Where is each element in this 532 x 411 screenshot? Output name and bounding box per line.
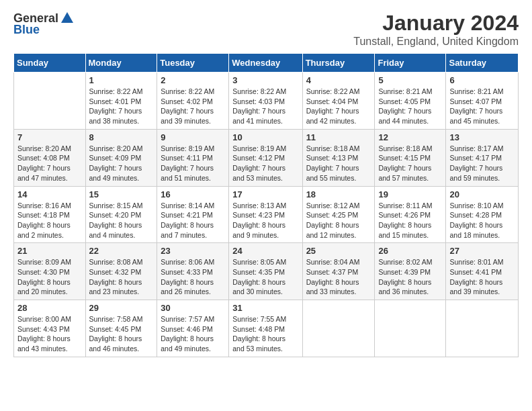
day-info: Sunrise: 8:00 AMSunset: 4:43 PMDaylight:… <box>17 314 82 354</box>
table-cell: 20 Sunrise: 8:10 AMSunset: 4:28 PMDaylig… <box>446 186 519 243</box>
table-cell: 16 Sunrise: 8:14 AMSunset: 4:21 PMDaylig… <box>157 186 229 243</box>
day-number: 26 <box>378 246 442 256</box>
day-number: 22 <box>89 246 154 256</box>
table-cell: 22 Sunrise: 8:08 AMSunset: 4:32 PMDaylig… <box>85 243 157 300</box>
table-cell <box>302 300 375 357</box>
day-number: 10 <box>232 132 298 142</box>
day-info: Sunrise: 8:10 AMSunset: 4:28 PMDaylight:… <box>449 201 515 240</box>
day-number: 20 <box>449 189 515 199</box>
day-info: Sunrise: 8:13 AMSunset: 4:23 PMDaylight:… <box>232 201 298 240</box>
table-cell: 17 Sunrise: 8:13 AMSunset: 4:23 PMDaylig… <box>229 186 302 243</box>
day-number: 31 <box>232 303 298 313</box>
table-cell: 23 Sunrise: 8:06 AMSunset: 4:33 PMDaylig… <box>157 243 229 300</box>
logo: General Blue <box>13 11 75 37</box>
header-thursday: Thursday <box>302 54 375 73</box>
logo-icon <box>60 11 75 26</box>
day-info: Sunrise: 8:09 AMSunset: 4:30 PMDaylight:… <box>17 257 82 297</box>
day-number: 11 <box>306 132 371 142</box>
day-info: Sunrise: 8:04 AMSunset: 4:37 PMDaylight:… <box>306 257 371 297</box>
header-friday: Friday <box>375 54 446 73</box>
logo-blue-text: Blue <box>13 23 40 37</box>
table-cell: 2 Sunrise: 8:22 AMSunset: 4:02 PMDayligh… <box>157 73 229 130</box>
day-info: Sunrise: 8:06 AMSunset: 4:33 PMDaylight:… <box>161 257 225 297</box>
table-cell: 24 Sunrise: 8:05 AMSunset: 4:35 PMDaylig… <box>229 243 302 300</box>
title-area: January 2024 Tunstall, England, United K… <box>353 11 519 48</box>
day-info: Sunrise: 8:22 AMSunset: 4:02 PMDaylight:… <box>161 87 225 126</box>
day-info: Sunrise: 8:19 AMSunset: 4:12 PMDaylight:… <box>232 144 298 183</box>
table-cell: 31 Sunrise: 7:55 AMSunset: 4:48 PMDaylig… <box>229 300 302 357</box>
day-info: Sunrise: 8:22 AMSunset: 4:04 PMDaylight:… <box>306 87 371 126</box>
table-cell: 12 Sunrise: 8:18 AMSunset: 4:15 PMDaylig… <box>375 129 446 186</box>
table-cell <box>375 300 446 357</box>
day-info: Sunrise: 8:18 AMSunset: 4:13 PMDaylight:… <box>306 144 371 183</box>
table-cell: 3 Sunrise: 8:22 AMSunset: 4:03 PMDayligh… <box>229 73 302 130</box>
day-info: Sunrise: 8:21 AMSunset: 4:07 PMDaylight:… <box>449 87 515 126</box>
table-cell: 18 Sunrise: 8:12 AMSunset: 4:25 PMDaylig… <box>302 186 375 243</box>
week-row-2: 14 Sunrise: 8:16 AMSunset: 4:18 PMDaylig… <box>14 186 519 243</box>
day-info: Sunrise: 8:02 AMSunset: 4:39 PMDaylight:… <box>378 257 442 297</box>
day-number: 27 <box>449 246 515 256</box>
day-info: Sunrise: 8:15 AMSunset: 4:20 PMDaylight:… <box>89 201 154 240</box>
day-info: Sunrise: 7:58 AMSunset: 4:45 PMDaylight:… <box>89 314 154 354</box>
location-title: Tunstall, England, United Kingdom <box>353 36 519 48</box>
day-number: 23 <box>161 246 225 256</box>
table-cell: 26 Sunrise: 8:02 AMSunset: 4:39 PMDaylig… <box>375 243 446 300</box>
table-cell: 28 Sunrise: 8:00 AMSunset: 4:43 PMDaylig… <box>14 300 86 357</box>
day-number: 5 <box>378 75 442 85</box>
table-cell <box>446 300 519 357</box>
table-cell: 6 Sunrise: 8:21 AMSunset: 4:07 PMDayligh… <box>446 73 519 130</box>
header-monday: Monday <box>85 54 157 73</box>
day-info: Sunrise: 8:22 AMSunset: 4:01 PMDaylight:… <box>89 87 154 126</box>
day-info: Sunrise: 8:11 AMSunset: 4:26 PMDaylight:… <box>378 201 442 240</box>
week-row-0: 1 Sunrise: 8:22 AMSunset: 4:01 PMDayligh… <box>14 73 519 130</box>
day-number: 25 <box>306 246 371 256</box>
header: General Blue January 2024 Tunstall, Engl… <box>13 11 519 48</box>
table-cell: 11 Sunrise: 8:18 AMSunset: 4:13 PMDaylig… <box>302 129 375 186</box>
day-info: Sunrise: 8:19 AMSunset: 4:11 PMDaylight:… <box>161 144 225 183</box>
table-cell: 8 Sunrise: 8:20 AMSunset: 4:09 PMDayligh… <box>85 129 157 186</box>
day-info: Sunrise: 8:14 AMSunset: 4:21 PMDaylight:… <box>161 201 225 240</box>
day-number: 29 <box>89 303 154 313</box>
table-cell: 25 Sunrise: 8:04 AMSunset: 4:37 PMDaylig… <box>302 243 375 300</box>
table-cell: 19 Sunrise: 8:11 AMSunset: 4:26 PMDaylig… <box>375 186 446 243</box>
table-cell: 29 Sunrise: 7:58 AMSunset: 4:45 PMDaylig… <box>85 300 157 357</box>
day-number: 17 <box>232 189 298 199</box>
day-info: Sunrise: 8:12 AMSunset: 4:25 PMDaylight:… <box>306 201 371 240</box>
month-title: January 2024 <box>353 11 519 36</box>
week-row-1: 7 Sunrise: 8:20 AMSunset: 4:08 PMDayligh… <box>14 129 519 186</box>
header-tuesday: Tuesday <box>157 54 229 73</box>
day-number: 15 <box>89 189 154 199</box>
day-number: 13 <box>449 132 515 142</box>
day-number: 3 <box>232 75 298 85</box>
svg-marker-0 <box>61 12 73 23</box>
day-number: 21 <box>17 246 82 256</box>
header-saturday: Saturday <box>446 54 519 73</box>
header-sunday: Sunday <box>14 54 86 73</box>
day-info: Sunrise: 8:01 AMSunset: 4:41 PMDaylight:… <box>449 257 515 297</box>
table-cell: 1 Sunrise: 8:22 AMSunset: 4:01 PMDayligh… <box>85 73 157 130</box>
calendar-header-row: Sunday Monday Tuesday Wednesday Thursday… <box>14 54 519 73</box>
table-cell: 13 Sunrise: 8:17 AMSunset: 4:17 PMDaylig… <box>446 129 519 186</box>
day-number: 6 <box>449 75 515 85</box>
day-number: 1 <box>89 75 154 85</box>
table-cell: 4 Sunrise: 8:22 AMSunset: 4:04 PMDayligh… <box>302 73 375 130</box>
table-cell: 15 Sunrise: 8:15 AMSunset: 4:20 PMDaylig… <box>85 186 157 243</box>
day-number: 9 <box>161 132 225 142</box>
table-cell <box>14 73 86 130</box>
day-number: 19 <box>378 189 442 199</box>
week-row-3: 21 Sunrise: 8:09 AMSunset: 4:30 PMDaylig… <box>14 243 519 300</box>
day-number: 18 <box>306 189 371 199</box>
day-number: 2 <box>161 75 225 85</box>
day-number: 24 <box>232 246 298 256</box>
table-cell: 5 Sunrise: 8:21 AMSunset: 4:05 PMDayligh… <box>375 73 446 130</box>
day-info: Sunrise: 7:55 AMSunset: 4:48 PMDaylight:… <box>232 314 298 354</box>
table-cell: 30 Sunrise: 7:57 AMSunset: 4:46 PMDaylig… <box>157 300 229 357</box>
day-number: 14 <box>17 189 82 199</box>
day-info: Sunrise: 8:22 AMSunset: 4:03 PMDaylight:… <box>232 87 298 126</box>
table-cell: 21 Sunrise: 8:09 AMSunset: 4:30 PMDaylig… <box>14 243 86 300</box>
day-number: 12 <box>378 132 442 142</box>
day-info: Sunrise: 8:16 AMSunset: 4:18 PMDaylight:… <box>17 201 82 240</box>
day-number: 28 <box>17 303 82 313</box>
day-info: Sunrise: 8:17 AMSunset: 4:17 PMDaylight:… <box>449 144 515 183</box>
header-wednesday: Wednesday <box>229 54 302 73</box>
